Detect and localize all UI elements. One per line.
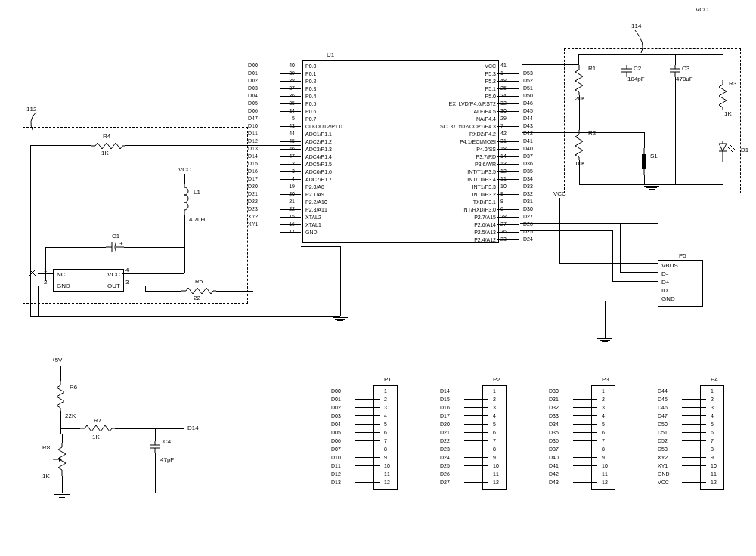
net-label: D43 xyxy=(549,480,572,485)
wire xyxy=(605,301,606,338)
r8-name: R8 xyxy=(42,444,50,451)
u1-pin-label: P2.3/A11 xyxy=(305,206,396,214)
pin-number: 2 xyxy=(599,397,617,402)
wire xyxy=(115,428,184,429)
l1-val: 4.7uH xyxy=(189,216,205,223)
connector-row: D238 xyxy=(440,445,508,453)
pin-line xyxy=(464,482,488,483)
net-label: D25 xyxy=(523,228,547,236)
c1-name: C1 xyxy=(112,233,119,239)
net-label: D50 xyxy=(658,422,680,427)
pin-number: 3 xyxy=(490,405,508,410)
wire xyxy=(702,14,702,48)
pin-number: 2 xyxy=(381,397,399,402)
net-label: D35 xyxy=(549,430,572,435)
u1-pin-label: EX_LVD/P4.6/RST2 xyxy=(405,100,496,108)
pin-line xyxy=(497,164,519,165)
net-label: D16 xyxy=(440,405,463,410)
u1-pin-label: INT/T0/P3.4 xyxy=(405,176,496,184)
u1-pin-label: P4.0/SS xyxy=(405,146,496,153)
net-label: D20 xyxy=(440,422,463,427)
resistor-r4 xyxy=(91,142,125,151)
pin-number: 6 xyxy=(490,430,508,435)
net-label: D45 xyxy=(658,397,680,402)
pin-line xyxy=(355,399,380,400)
nc-x-icon xyxy=(29,269,38,280)
pin-line xyxy=(355,407,380,408)
resistor-r7 xyxy=(80,425,115,434)
gnd-icon xyxy=(54,494,70,498)
r1-val: 20K xyxy=(575,95,585,102)
pin-number: 11 xyxy=(599,471,617,477)
r3-name: R3 xyxy=(729,80,736,87)
net-label: D06 xyxy=(331,438,354,443)
net-label: D03 xyxy=(331,413,354,419)
pin-line xyxy=(497,224,519,225)
wire xyxy=(155,453,156,493)
pin-line xyxy=(464,449,488,449)
wire xyxy=(522,64,578,65)
connector-row: D301 xyxy=(549,387,617,395)
pin-number: 10 xyxy=(490,463,508,468)
pin-line xyxy=(355,432,380,433)
p5-pin: D+ xyxy=(662,279,699,287)
gnd-icon xyxy=(644,186,659,190)
pin-number: 12 xyxy=(381,480,399,485)
u1-pin-label: P0.5 xyxy=(305,100,396,108)
net-label: D02 xyxy=(331,405,354,410)
pin-line xyxy=(573,399,597,400)
pin-line xyxy=(497,187,519,187)
wire xyxy=(45,247,106,248)
net-label: D01 xyxy=(331,397,354,402)
r7-val: 1K xyxy=(92,434,100,440)
net-label: D21 xyxy=(248,190,278,198)
net-label: D14 xyxy=(248,153,278,160)
wire xyxy=(122,286,145,286)
net-label: D13 xyxy=(331,480,354,485)
wire xyxy=(620,223,621,272)
c2-name: C2 xyxy=(634,65,641,72)
pin-number: 8 xyxy=(381,446,399,452)
connector-row: D345 xyxy=(549,420,617,428)
pin-line xyxy=(280,149,301,150)
connector-ref: P3 xyxy=(602,376,609,383)
pin-line xyxy=(464,457,488,458)
pin-line xyxy=(497,149,519,150)
wire xyxy=(702,54,723,55)
net-label: D40 xyxy=(523,145,547,153)
wire xyxy=(644,175,645,184)
net-label: D30 xyxy=(549,388,572,394)
connector-row: D4312 xyxy=(549,478,617,486)
connector-row: D334 xyxy=(549,412,617,420)
u1-pin-label: ADC4/P1.4 xyxy=(305,153,396,161)
net-label: D50 xyxy=(523,92,547,100)
net-label: D01 xyxy=(248,70,278,77)
net-label: D31 xyxy=(549,397,572,402)
pin-line xyxy=(280,126,301,127)
pin-line xyxy=(464,391,488,391)
pin-number: 1 xyxy=(708,388,726,394)
wire xyxy=(559,263,658,264)
u1-ref: U1 xyxy=(327,51,334,58)
connector-row: D2510 xyxy=(440,462,508,470)
u1-pin-label: P0.7 xyxy=(305,116,396,123)
l1-name: L1 xyxy=(194,189,200,196)
pin-line xyxy=(280,209,301,210)
net-label: D14 xyxy=(440,388,463,394)
u1-pin-label: P5.2 xyxy=(405,78,496,85)
pin-line xyxy=(497,141,519,142)
gnd-icon xyxy=(597,338,612,342)
resistor-r1 xyxy=(575,65,584,97)
c4-name: C4 xyxy=(163,438,171,445)
pin-line xyxy=(497,156,519,157)
pin-line xyxy=(497,134,519,134)
pin-number: 12 xyxy=(490,480,508,485)
net-label xyxy=(523,62,547,70)
net-label: D24 xyxy=(523,236,547,243)
connector-row: XY29 xyxy=(658,453,726,462)
pin-number: 5 xyxy=(490,422,508,427)
net-label: VCC xyxy=(658,480,680,485)
net-label: D22 xyxy=(440,438,463,443)
wire xyxy=(578,54,702,55)
pin-line xyxy=(573,465,597,466)
